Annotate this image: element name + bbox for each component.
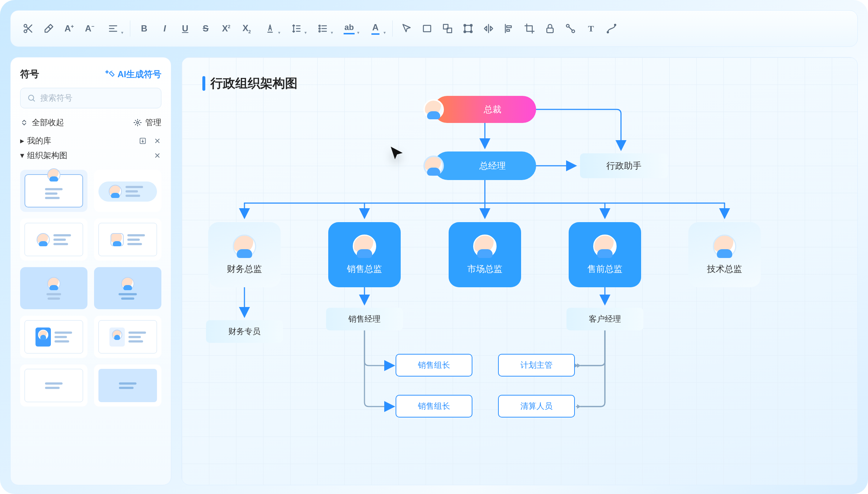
import-icon[interactable]: [139, 137, 147, 145]
bold-icon[interactable]: B: [136, 20, 152, 37]
shape-template[interactable]: [94, 364, 161, 407]
shape-template[interactable]: [20, 218, 87, 261]
svg-point-2: [319, 25, 320, 27]
shape-template[interactable]: [94, 316, 161, 358]
magic-icon: [105, 70, 115, 79]
svg-point-21: [136, 121, 139, 124]
connector-icon[interactable]: [562, 20, 579, 37]
superscript-icon[interactable]: X2: [218, 20, 234, 37]
canvas[interactable]: 行政组织架构图: [182, 57, 858, 485]
crop-icon[interactable]: [521, 20, 538, 37]
eraser-icon[interactable]: [41, 20, 57, 37]
shape-template[interactable]: [20, 170, 87, 212]
shape-grid: [20, 170, 161, 407]
collapse-all-button[interactable]: 全部收起: [20, 117, 64, 128]
shape-template[interactable]: [20, 316, 87, 358]
node-sales-mgr[interactable]: 销售经理: [326, 308, 403, 330]
shape-template[interactable]: [94, 267, 161, 309]
flip-h-icon[interactable]: [480, 20, 497, 37]
cursor-icon: [389, 145, 405, 164]
node-plan-supervisor[interactable]: 计划主管: [498, 354, 575, 377]
node-tech-director[interactable]: 技术总监: [688, 222, 761, 287]
node-finance-director[interactable]: 财务总监: [208, 222, 281, 287]
node-sales-lead-2[interactable]: 销售组长: [396, 395, 472, 418]
node-cust-mgr[interactable]: 客户经理: [566, 308, 643, 330]
text-color-icon[interactable]: [259, 20, 281, 37]
toolbar: A+ A− B I U S X2 X2 ab A T: [10, 10, 858, 47]
manage-button[interactable]: 管理: [134, 117, 161, 128]
font-increase-icon[interactable]: A+: [61, 20, 77, 37]
rectangle-icon[interactable]: [419, 20, 435, 37]
svg-rect-14: [507, 30, 510, 31]
sidebar-title: 符号: [20, 68, 39, 81]
strike-icon[interactable]: S: [198, 20, 214, 37]
search-icon: [27, 94, 36, 102]
font-decrease-icon[interactable]: A−: [82, 20, 98, 37]
group-icon[interactable]: [439, 20, 456, 37]
highlight-icon[interactable]: ab: [338, 20, 360, 37]
svg-rect-13: [507, 26, 512, 28]
search-input-wrapper[interactable]: [20, 88, 161, 108]
ai-generate-label: AI生成符号: [117, 68, 161, 80]
node-general-manager[interactable]: 总经理: [434, 151, 536, 180]
canvas-title: 行政组织架构图: [202, 75, 298, 92]
svg-point-20: [29, 95, 34, 100]
category-org-chart[interactable]: ▾ 组织架构图: [20, 150, 161, 161]
subscript-icon[interactable]: X2: [239, 20, 255, 37]
align-left-obj-icon[interactable]: [501, 20, 517, 37]
separator: [130, 20, 130, 37]
shape-template[interactable]: [94, 218, 161, 261]
align-icon[interactable]: [102, 20, 124, 37]
node-sales-lead-1[interactable]: 销售组长: [396, 354, 472, 377]
underline-icon[interactable]: U: [177, 20, 193, 37]
italic-icon[interactable]: I: [157, 20, 173, 37]
sidebar: 符号 AI生成符号 全部收起 管理: [10, 57, 171, 485]
node-assistant[interactable]: 行政助手: [580, 153, 668, 178]
separator: [392, 20, 393, 37]
node-sales-director[interactable]: 销售总监: [328, 222, 401, 287]
category-my-library[interactable]: ▸ 我的库: [20, 135, 161, 146]
node-president[interactable]: 总裁: [434, 96, 536, 123]
scissors-icon[interactable]: [20, 20, 36, 37]
node-presales-director[interactable]: 售前总监: [569, 222, 641, 287]
lock-icon[interactable]: [542, 20, 558, 37]
ai-generate-button[interactable]: AI生成符号: [105, 68, 161, 80]
node-finance-spec[interactable]: 财务专员: [206, 320, 283, 343]
node-market-director[interactable]: 市场总监: [449, 222, 521, 287]
close-icon[interactable]: [153, 137, 161, 145]
app-frame: A+ A− B I U S X2 X2 ab A T 符号: [0, 0, 868, 494]
font-color-a-icon[interactable]: A: [364, 20, 386, 37]
search-input[interactable]: [40, 93, 154, 103]
node-settlement-staff[interactable]: 清算人员: [498, 395, 575, 418]
shape-template[interactable]: [20, 267, 87, 309]
bounding-icon[interactable]: [460, 20, 476, 37]
shape-template[interactable]: [20, 364, 87, 407]
list-bullet-icon[interactable]: [312, 20, 334, 37]
line-height-icon[interactable]: [285, 20, 307, 37]
text-tool-icon[interactable]: T: [583, 20, 599, 37]
svg-point-4: [319, 31, 320, 32]
close-icon[interactable]: [153, 151, 161, 160]
svg-rect-15: [547, 28, 553, 33]
bezier-icon[interactable]: [603, 20, 620, 37]
svg-rect-5: [423, 25, 431, 32]
svg-point-3: [319, 28, 320, 29]
pointer-icon[interactable]: [399, 20, 415, 37]
shape-template[interactable]: [94, 170, 161, 212]
